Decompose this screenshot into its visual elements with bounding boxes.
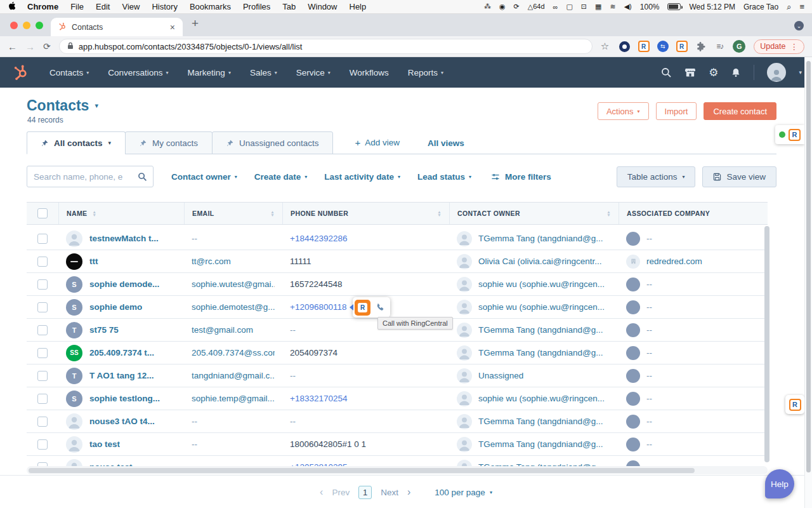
view-tab-all-contacts[interactable]: All contacts▾ [27,131,126,154]
contact-phone[interactable]: +18442392286 [290,234,347,243]
all-views-link[interactable]: All views [428,138,464,148]
user-menu-caret-icon[interactable]: ▾ [799,69,802,76]
bookmark-star-icon[interactable]: ☆ [601,41,609,52]
window-scrollbar[interactable] [804,57,812,508]
filter-lead-status[interactable]: Lead status▾ [417,172,471,182]
contact-phone[interactable]: +12096800118 [290,302,346,312]
tab-close-icon[interactable]: × [170,22,175,32]
contact-email-link[interactable]: -- [192,234,197,243]
contact-name-link[interactable]: st75 75 [89,325,119,335]
contact-email-link[interactable]: tt@rc.com [192,257,231,266]
current-page[interactable]: 1 [358,486,372,499]
contact-name-link[interactable]: sophie demode... [89,279,159,289]
menu-clock[interactable]: Wed 5:12 PM [689,3,735,11]
table-actions-button[interactable]: Table actions▾ [617,166,696,187]
column-header-email[interactable]: EMAIL▲▼ [184,203,282,224]
add-view-button[interactable]: +Add view [355,137,400,148]
contact-phone[interactable]: 16572244548 [290,279,343,289]
contact-email-link[interactable]: -- [192,417,197,426]
tab-search-button[interactable]: ⌄ [794,21,804,30]
contact-phone[interactable]: -- [290,325,296,335]
back-button[interactable]: ← [8,41,17,52]
contact-name-link[interactable]: sophie demo [89,302,142,312]
contact-name-link[interactable]: nouse3 tAO t4... [89,417,155,426]
page-title[interactable]: Contacts ▾ [27,97,98,114]
filter-contact-owner[interactable]: Contact owner▾ [171,172,237,182]
menu-edit[interactable]: Edit [96,2,110,11]
contact-email-link[interactable]: tangdniand@gmail.c... [192,371,275,380]
meet-icon[interactable]: ◉ [499,3,506,11]
nav-item-marketing[interactable]: Marketing▾ [180,64,239,81]
contact-owner-link[interactable]: sophie wu (sophie.wu@ringcen... [478,394,605,403]
wifi-icon[interactable]: ≋ [610,3,615,11]
contact-phone[interactable]: 18006042805#1 0 1 [290,439,366,449]
row-checkbox[interactable] [37,257,48,267]
column-header-owner[interactable]: CONTACT OWNER▲▼ [449,203,619,224]
new-tab-button[interactable]: + [192,17,199,30]
ringcentral-side-badge[interactable]: R [785,395,804,414]
contact-phone[interactable]: -- [290,371,296,380]
control-center-icon[interactable]: ≡ [799,2,804,11]
contact-owner-link[interactable]: TGemma Tang (tangdniand@g... [478,417,603,426]
filter-last-activity-date[interactable]: Last activity date▾ [324,172,400,182]
menu-profiles[interactable]: Profiles [243,2,270,11]
contact-phone[interactable]: +18332170254 [290,394,347,403]
contact-email-link[interactable]: sophie.temp@gmail.... [192,394,275,403]
settings-gear-icon[interactable]: ⚙ [709,66,718,79]
menu-app-name[interactable]: Chrome [27,2,58,11]
row-checkbox[interactable] [37,325,48,335]
apple-menu-icon[interactable] [8,1,15,12]
sort-icon[interactable]: ▲▼ [93,210,97,217]
spotlight-search-icon[interactable]: ⌕ [787,2,791,12]
contact-phone[interactable]: -- [290,417,296,426]
ringcentral-extension-icon-2[interactable]: R [676,41,688,53]
column-header-company[interactable]: ASSOCIATED COMPANY [619,203,768,224]
company-link[interactable]: -- [646,439,652,449]
company-link[interactable]: -- [646,371,652,380]
nav-item-sales[interactable]: Sales▾ [242,64,285,81]
row-checkbox[interactable] [37,371,48,381]
contact-owner-link[interactable]: sophie wu (sophie.wu@ringcen... [478,279,605,289]
table-vertical-scrollbar[interactable] [764,226,769,462]
contact-owner-link[interactable]: sophie wu (sophie.wu@ringcen... [478,302,605,312]
menu-file[interactable]: File [70,2,84,11]
nav-item-service[interactable]: Service▾ [289,64,338,81]
title-caret-icon[interactable]: ▾ [95,102,98,110]
menu-help[interactable]: Help [350,2,367,11]
minimize-window-button[interactable] [23,22,30,29]
swap-extension-icon[interactable]: ⇆ [657,41,669,53]
media-controls-icon[interactable]: ≡♪ [714,41,726,53]
contact-email-link[interactable]: sophie.wutest@gmai... [192,279,275,289]
sort-icon[interactable]: ▲▼ [270,210,275,217]
close-window-button[interactable] [10,22,18,29]
search-input[interactable] [27,166,153,187]
row-checkbox[interactable] [37,439,48,450]
address-bar[interactable]: app.hubspot.com/contacts/20334875/object… [59,39,593,54]
company-link[interactable]: -- [646,348,652,358]
reload-button[interactable]: ⟳ [43,41,51,51]
select-all-checkbox[interactable] [37,208,48,218]
hubspot-logo[interactable] [13,64,29,81]
menu-view[interactable]: View [122,2,140,11]
volume-icon[interactable]: ◀) [624,3,632,11]
contact-email-link[interactable]: test@gmail.com [192,325,253,335]
contact-owner-link[interactable]: TGemma Tang (tangdniand@g... [478,234,603,243]
analytics-days-icon[interactable]: △64d [528,3,545,11]
notifications-bell-icon[interactable] [731,67,741,78]
create-contact-button[interactable]: Create contact [704,102,776,120]
view-tab-my-contacts[interactable]: My contacts [125,131,213,154]
contact-name-link[interactable]: T AO1 tang 12... [89,371,154,380]
save-view-button[interactable]: Save view [702,166,776,187]
contact-email-link[interactable]: 205.409.7374@ss.com [192,348,275,358]
per-page-select[interactable]: 100 per page▾ [435,488,492,497]
screen-mirroring-icon[interactable]: ⊡ [581,3,587,11]
table-horizontal-scrollbar[interactable] [27,466,768,474]
company-link[interactable]: -- [646,417,652,426]
menu-window[interactable]: Window [308,2,337,11]
menu-history[interactable]: History [152,2,177,11]
row-checkbox[interactable] [37,417,48,427]
view-tab-unassigned-contacts[interactable]: Unassigned contacts [212,131,333,154]
help-button[interactable]: Help [765,469,794,498]
row-checkbox[interactable] [37,348,48,358]
chrome-update-button[interactable]: Update ⋮ [754,39,804,54]
